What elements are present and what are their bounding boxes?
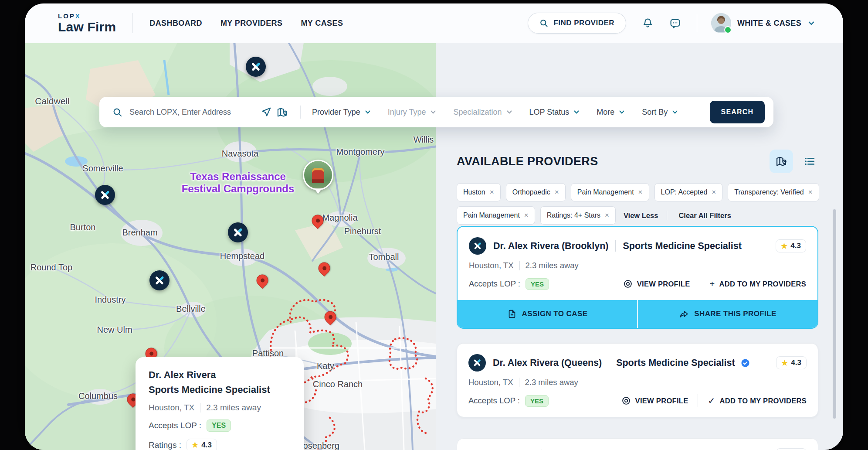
notifications-bell-icon[interactable] [642, 17, 654, 29]
popup-lop-row: Accepts LOP : YES [149, 419, 291, 432]
popup-lop-badge: YES [207, 419, 231, 432]
list-view-toggle[interactable] [801, 153, 818, 170]
popup-rating-badge: ★ 4.3 [186, 439, 217, 450]
add-to-providers-button[interactable]: ✓ ADD TO MY PROVIDERS [708, 396, 807, 405]
chevron-down-icon [364, 109, 371, 116]
divider [519, 378, 519, 387]
chevron-down-icon [573, 109, 580, 116]
rating-badge: ★ 4.3 [776, 448, 807, 450]
chevron-down-icon [618, 109, 625, 116]
remove-chip-icon[interactable]: × [808, 188, 813, 197]
popup-ratings-row: Ratings : ★ 4.3 [149, 439, 291, 450]
search-button[interactable]: SEARCH [710, 101, 765, 123]
provider-card[interactable]: Dr. Alex Rivera (Queens) Sports Medicine… [457, 343, 818, 417]
search-input[interactable] [129, 107, 248, 117]
share-icon [679, 309, 689, 319]
provider-distance: 2.3 miles away [526, 261, 579, 270]
divider [519, 261, 520, 270]
account-menu[interactable]: WHITE & CASES [711, 13, 815, 33]
rating-badge: ★ 4.3 [776, 356, 807, 369]
check-icon: ✓ [708, 396, 715, 405]
share-profile-button[interactable]: SHARE THIS PROFILE [638, 300, 817, 328]
view-profile-icon [623, 279, 633, 289]
provider-location: Houston, TX [469, 261, 514, 270]
nav-my-providers[interactable]: MY PROVIDERS [220, 19, 283, 28]
divider [609, 357, 609, 368]
assign-to-case-button[interactable]: ASSIGN TO CASE [458, 300, 637, 328]
header-divider [132, 13, 133, 33]
provider-card-selected[interactable]: Dr. Alex Rivera (Brooklyn) Sports Medici… [457, 226, 818, 329]
popup-rating-value: 4.3 [201, 441, 212, 450]
filter-sort-by[interactable]: Sort By [642, 108, 678, 117]
provider-cluster-marker[interactable] [228, 222, 248, 242]
active-filter-chips: Huston× Orthopaedic× Pain Management× LO… [457, 183, 823, 225]
popup-distance: 2.3 miles away [206, 403, 261, 412]
provider-cluster-marker[interactable] [149, 270, 170, 290]
popup-location-row: Houston, TX 2.3 miles away [149, 403, 291, 412]
logo-title: Law Firm [58, 20, 116, 34]
remove-chip-icon[interactable]: × [605, 211, 609, 220]
poi-photo-pointer [314, 188, 322, 194]
filter-provider-type[interactable]: Provider Type [312, 108, 371, 117]
remove-chip-icon[interactable]: × [638, 188, 643, 197]
filter-chip[interactable]: Pain Management× [457, 206, 535, 225]
clear-all-filters-link[interactable]: Clear All Filters [678, 211, 731, 220]
panel-scrollbar[interactable] [833, 209, 836, 419]
remove-chip-icon[interactable]: × [555, 188, 559, 197]
view-profile-button[interactable]: VIEW PROFILE [621, 396, 688, 406]
filter-chip[interactable]: Ratings: 4+ Stars× [540, 206, 616, 225]
provider-cluster-marker[interactable] [246, 57, 266, 77]
view-profile-button[interactable]: VIEW PROFILE [623, 279, 690, 289]
map-poi-label[interactable]: Texas Renaissance Festival Campgrounds [182, 170, 295, 195]
remove-chip-icon[interactable]: × [712, 188, 716, 197]
provider-logo-badge [469, 237, 486, 255]
remove-chip-icon[interactable]: × [524, 211, 529, 220]
divider [700, 277, 700, 290]
accepts-lop-label: Accepts LOP : [468, 396, 520, 406]
filter-chip[interactable]: Pain Management× [571, 183, 649, 201]
provider-cluster-marker[interactable] [95, 185, 115, 205]
provider-card[interactable]: Dr. Ethan Patel Trauma Orthopaedic Surge… [457, 438, 818, 450]
view-less-link[interactable]: View Less [624, 211, 658, 220]
poi-photo-marker[interactable] [303, 160, 333, 194]
filter-chip[interactable]: Huston× [457, 183, 501, 201]
provider-distance: 2.3 miles away [525, 378, 578, 387]
map-view-toggle[interactable] [770, 150, 793, 173]
filter-lop-status[interactable]: LOP Status [529, 108, 580, 117]
remove-chip-icon[interactable]: × [490, 188, 494, 197]
chevron-down-icon [506, 109, 513, 116]
nav-dashboard[interactable]: DASHBOARD [149, 19, 202, 28]
provider-name: Dr. Alex Rivera (Brooklyn) [493, 241, 608, 252]
card-action-bar: ASSIGN TO CASE SHARE THIS PROFILE [458, 300, 817, 328]
star-icon: ★ [781, 242, 787, 250]
chevron-down-icon [430, 109, 437, 116]
filter-chip[interactable]: Transparency: Verified× [728, 183, 819, 201]
chevron-down-icon [807, 19, 815, 27]
filter-chip[interactable]: Orthopaedic× [506, 183, 566, 201]
rating-value: 4.3 [791, 358, 801, 367]
app-logo[interactable]: LOPX Law Firm [58, 13, 116, 34]
poi-photo-image [303, 160, 333, 190]
nav-my-cases[interactable]: MY CASES [301, 19, 343, 28]
logo-brand: LOPX [58, 13, 116, 19]
divider [200, 403, 200, 412]
header-divider [697, 14, 697, 32]
filter-specialization[interactable]: Specialization [453, 108, 512, 117]
list-icon [804, 156, 815, 167]
map-view-icon[interactable] [276, 106, 288, 118]
accepts-lop-badge: YES [526, 278, 549, 290]
filter-more[interactable]: More [597, 108, 625, 117]
provider-logo-badge [468, 354, 486, 372]
locate-me-icon[interactable] [261, 106, 272, 118]
popup-lop-label: Accepts LOP : [149, 421, 201, 430]
find-provider-button[interactable]: FIND PROVIDER [528, 13, 626, 34]
account-name: WHITE & CASES [737, 19, 801, 28]
filter-injury-type[interactable]: Injury Type [388, 108, 437, 117]
add-to-providers-button[interactable]: + ADD TO MY PROVIDERS [710, 280, 806, 288]
header-right: FIND PROVIDER WHITE & CASES [528, 13, 843, 34]
star-icon: ★ [192, 441, 198, 449]
address-search [112, 107, 256, 117]
messages-chat-icon[interactable] [669, 17, 681, 29]
content-area: CaldwellSomervilleNavasotaMontgomeryWill… [25, 43, 843, 450]
filter-chip[interactable]: LOP: Accepted× [654, 183, 723, 201]
